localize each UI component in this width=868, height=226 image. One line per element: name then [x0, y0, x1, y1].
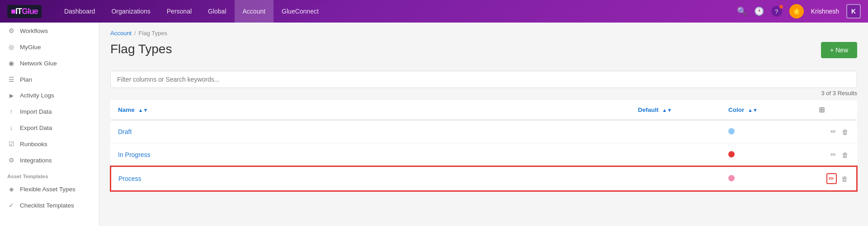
sidebar-label-plan: Plan	[20, 76, 32, 83]
delete-icon-inprogress[interactable]: 🗑	[841, 150, 849, 160]
cell-name-inprogress: In Progress	[111, 143, 631, 167]
main-content: Account / Flag Types Flag Types + New 3 …	[99, 23, 868, 226]
search-input[interactable]	[110, 71, 857, 88]
th-color[interactable]: Color ▲▼	[721, 100, 811, 120]
edit-icon-inprogress[interactable]: ✏	[830, 150, 837, 160]
table-row: Draft ✏ 🗑	[111, 120, 857, 143]
cell-actions-process: ✏ 🗑	[811, 166, 857, 191]
table-row: In Progress ✏ 🗑	[111, 143, 857, 167]
avatar: 🌟	[789, 4, 804, 18]
sidebar-label-network-glue: Network Glue	[20, 60, 57, 67]
sort-arrows-name: ▲▼	[138, 107, 148, 113]
delete-icon-draft[interactable]: 🗑	[841, 127, 849, 137]
cell-actions-draft: ✏ 🗑	[811, 120, 857, 143]
runbooks-icon: ☑	[7, 140, 15, 148]
cell-default-inprogress	[631, 143, 721, 167]
nav-global[interactable]: Global	[200, 0, 234, 23]
cell-default-draft	[631, 120, 721, 143]
cell-name-process: Process	[111, 166, 631, 191]
user-initial-box[interactable]: K	[846, 4, 861, 18]
action-icons-process: ✏ 🗑	[819, 173, 849, 184]
page-title: Flag Types	[110, 42, 172, 56]
new-button[interactable]: + New	[821, 42, 857, 58]
breadcrumb: Account / Flag Types	[110, 30, 857, 37]
sidebar-item-runbooks[interactable]: ☑ Runbooks	[0, 136, 99, 152]
color-dot-draft	[728, 128, 735, 134]
results-row: 3 of 3 Results	[110, 90, 857, 97]
breadcrumb-current: Flag Types	[139, 30, 167, 37]
flag-link-draft[interactable]: Draft	[118, 128, 132, 135]
action-icons-draft: ✏ 🗑	[819, 127, 849, 137]
checklist-icon: ✓	[7, 202, 15, 209]
asset-templates-section: Asset Templates	[0, 168, 99, 181]
cell-default-process	[631, 166, 721, 191]
edit-icon-draft[interactable]: ✏	[830, 127, 837, 137]
layout: ⚙ Workflows ◎ MyGlue ◉ Network Glue ☰ Pl…	[0, 23, 868, 226]
import-icon: ↑	[7, 108, 15, 115]
breadcrumb-separator: /	[134, 30, 136, 37]
action-icons-inprogress: ✏ 🗑	[819, 150, 849, 160]
cell-actions-inprogress: ✏ 🗑	[811, 143, 857, 167]
logo-box: ■ITGlue	[7, 5, 42, 18]
nav-organizations[interactable]: Organizations	[103, 0, 158, 23]
help-icon[interactable]: ?	[771, 6, 782, 17]
cell-color-process	[721, 166, 811, 191]
flag-link-process[interactable]: Process	[118, 175, 142, 182]
sidebar-item-network-glue[interactable]: ◉ Network Glue	[0, 55, 99, 71]
nav-dashboard[interactable]: Dashboard	[56, 0, 104, 23]
logo[interactable]: ■ITGlue	[7, 5, 42, 18]
nav-right: 🔍 🕐 ? 🌟 Krishnesh K	[737, 4, 861, 18]
user-name: Krishnesh	[811, 8, 839, 15]
cell-color-inprogress	[721, 143, 811, 167]
nav-links: Dashboard Organizations Personal Global …	[56, 0, 737, 23]
export-icon: ↓	[7, 124, 15, 131]
myglue-icon: ◎	[7, 43, 15, 51]
sidebar-label-flexible-asset-types: Flexible Asset Types	[20, 186, 75, 193]
color-dot-process	[728, 175, 735, 181]
nav-personal[interactable]: Personal	[159, 0, 200, 23]
clock-icon[interactable]: 🕐	[754, 6, 764, 16]
sidebar-item-flexible-asset-types[interactable]: ◈ Flexible Asset Types	[0, 181, 99, 197]
sidebar-item-workflows[interactable]: ⚙ Workflows	[0, 23, 99, 39]
th-default[interactable]: Default ▲▼	[631, 100, 721, 120]
sidebar-item-integrations[interactable]: ⚙ Integrations	[0, 152, 99, 168]
title-row: Flag Types + New	[110, 42, 857, 64]
nav-glueconnect[interactable]: GlueConnect	[274, 0, 327, 23]
plan-icon: ☰	[7, 76, 15, 83]
sidebar-label-runbooks: Runbooks	[20, 141, 47, 148]
table-body: Draft ✏ 🗑	[111, 120, 857, 191]
breadcrumb-parent[interactable]: Account	[110, 30, 132, 37]
sidebar-label-activity-logs: Activity Logs	[20, 92, 54, 99]
table-header: Name ▲▼ Default ▲▼ Color ▲▼ ⊞	[111, 100, 857, 120]
sidebar-item-import-data[interactable]: ↑ Import Data	[0, 103, 99, 120]
layout-icon[interactable]: ⊞	[819, 106, 825, 114]
sidebar-item-activity-logs[interactable]: ▶ Activity Logs	[0, 88, 99, 103]
sidebar-item-export-data[interactable]: ↓ Export Data	[0, 120, 99, 136]
delete-icon-process[interactable]: 🗑	[840, 174, 849, 184]
flag-link-inprogress[interactable]: In Progress	[118, 151, 151, 158]
sidebar-item-myglue[interactable]: ◎ MyGlue	[0, 39, 99, 55]
activity-logs-icon: ▶	[7, 92, 15, 99]
sidebar-item-checklist-templates[interactable]: ✓ Checklist Templates	[0, 197, 99, 213]
network-glue-icon: ◉	[7, 60, 15, 67]
table-wrapper: Name ▲▼ Default ▲▼ Color ▲▼ ⊞	[110, 100, 857, 191]
sidebar-label-export-data: Export Data	[20, 125, 52, 131]
th-name[interactable]: Name ▲▼	[111, 100, 631, 120]
table-row-highlighted: Process ✏ 🗑	[111, 166, 857, 191]
sidebar-item-plan[interactable]: ☰ Plan	[0, 71, 99, 88]
results-count: 3 of 3 Results	[821, 90, 858, 97]
data-table: Name ▲▼ Default ▲▼ Color ▲▼ ⊞	[110, 100, 857, 191]
nav-account[interactable]: Account	[235, 0, 274, 23]
sidebar: ⚙ Workflows ◎ MyGlue ◉ Network Glue ☰ Pl…	[0, 23, 99, 226]
sort-arrows-default: ▲▼	[662, 107, 672, 113]
color-dot-inprogress	[728, 151, 735, 157]
top-navigation: ■ITGlue Dashboard Organizations Personal…	[0, 0, 868, 23]
sidebar-label-import-data: Import Data	[20, 108, 52, 115]
sidebar-label-workflows: Workflows	[20, 28, 48, 34]
edit-icon-process[interactable]: ✏	[826, 173, 837, 184]
sidebar-label-integrations: Integrations	[20, 157, 52, 164]
workflows-icon: ⚙	[7, 27, 15, 34]
sidebar-label-checklist-templates: Checklist Templates	[20, 202, 74, 209]
sidebar-label-myglue: MyGlue	[20, 44, 41, 51]
search-icon[interactable]: 🔍	[737, 6, 747, 16]
